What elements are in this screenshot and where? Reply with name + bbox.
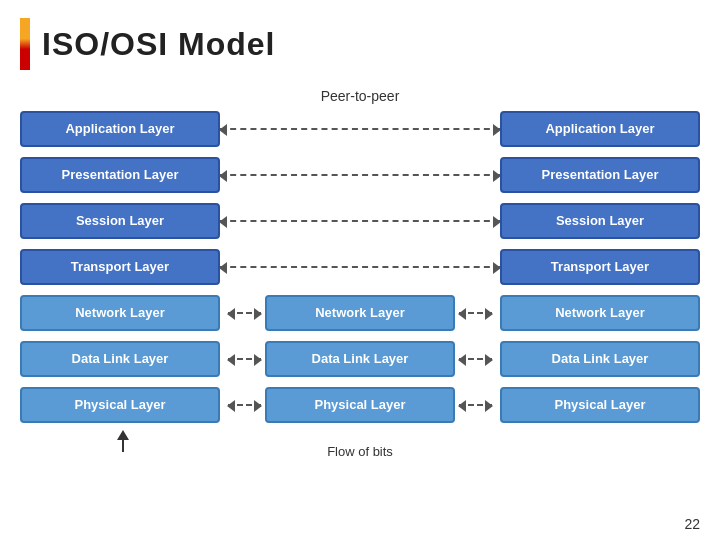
row-application: Application Layer Application Layer [20,108,700,149]
arrow-app [220,128,500,130]
pres-layer-right: Presentation Layer [500,157,700,193]
row-network: Network Layer Network Layer [20,292,700,333]
trans-layer-left: Transport Layer [20,249,220,285]
peer-to-peer-label: Peer-to-peer [321,88,400,104]
arrow-trans [220,266,500,268]
flow-of-bits-label: Flow of bits [327,444,393,459]
row-physical: Physical Layer Physical Layer Physic [20,384,700,425]
arrow-pres [220,174,500,176]
row-transport: Transport Layer Transport Layer [20,246,700,287]
page-title: ISO/OSI Model [42,26,275,63]
app-layer-left: Application Layer [20,111,220,147]
net-layer-left: Network Layer [20,295,220,331]
sess-layer-left: Session Layer [20,203,220,239]
slide: ISO/OSI Model Peer-to-peer Application L… [0,0,720,540]
network-middle: Network Layer [220,295,500,331]
arrow-sess [220,220,500,222]
app-layer-right: Application Layer [500,111,700,147]
row-session: Session Layer Session Layer [20,200,700,241]
phys-layer-center: Physical Layer [265,387,455,423]
page-number: 22 [684,516,700,532]
row-presentation: Presentation Layer Presentation Layer [20,154,700,195]
data-layer-left: Data Link Layer [20,341,220,377]
trans-layer-right: Transport Layer [500,249,700,285]
physical-middle: Physical Layer [220,387,500,423]
row-datalink: Data Link Layer Data Link Layer Data [20,338,700,379]
net-layer-center: Network Layer [265,295,455,331]
data-layer-right: Data Link Layer [500,341,700,377]
title-bar: ISO/OSI Model [20,18,700,70]
data-layer-center: Data Link Layer [265,341,455,377]
phys-layer-right: Physical Layer [500,387,700,423]
phys-layer-left: Physical Layer [20,387,220,423]
pres-layer-left: Presentation Layer [20,157,220,193]
net-layer-right: Network Layer [500,295,700,331]
sess-layer-right: Session Layer [500,203,700,239]
title-accent [20,18,30,70]
datalink-middle: Data Link Layer [220,341,500,377]
